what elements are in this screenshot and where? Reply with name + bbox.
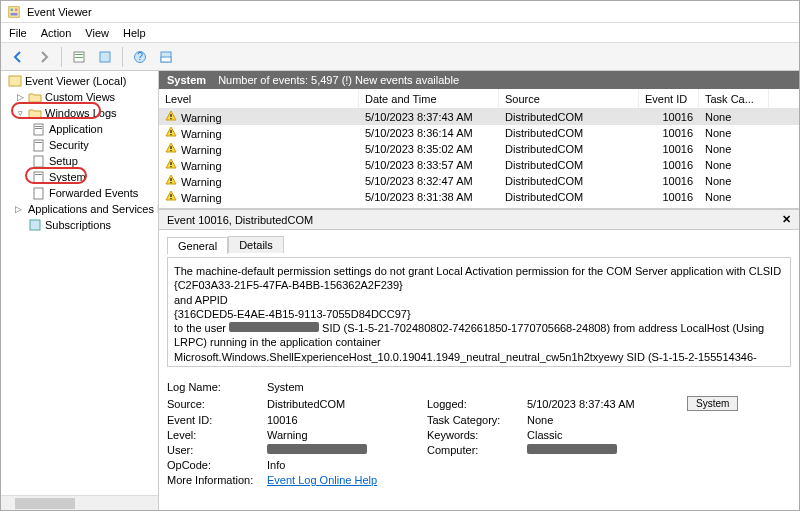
- window-title: Event Viewer: [27, 6, 92, 18]
- col-datetime[interactable]: Date and Time: [359, 89, 499, 108]
- label-moreinfo: More Information:: [167, 474, 267, 486]
- folder-icon: [28, 90, 42, 104]
- value-level: Warning: [267, 429, 427, 441]
- menu-help[interactable]: Help: [123, 27, 146, 39]
- warning-icon: [165, 190, 177, 202]
- svg-rect-19: [34, 172, 43, 183]
- svg-rect-26: [170, 134, 171, 135]
- svg-rect-5: [75, 54, 83, 55]
- system-button[interactable]: System: [687, 396, 738, 411]
- expander-icon[interactable]: ▷: [15, 204, 22, 214]
- svg-rect-30: [170, 166, 171, 167]
- label-keywords: Keywords:: [427, 429, 527, 441]
- svg-rect-0: [9, 6, 20, 17]
- table-row[interactable]: Warning5/10/2023 8:35:02 AMDistributedCO…: [159, 141, 799, 157]
- col-level[interactable]: Level: [159, 89, 359, 108]
- menu-view[interactable]: View: [85, 27, 109, 39]
- detail-tabs: General Details: [167, 236, 791, 253]
- main-area: Event Viewer (Local) ▷ Custom Views ▿ Wi…: [1, 71, 799, 511]
- value-opcode: Info: [267, 459, 427, 471]
- properties-grid: Log Name: System Source: DistributedCOM …: [167, 381, 791, 486]
- help-button[interactable]: ?: [129, 46, 151, 68]
- table-row[interactable]: Warning5/10/2023 8:36:14 AMDistributedCO…: [159, 125, 799, 141]
- tree-custom-views[interactable]: ▷ Custom Views: [1, 89, 158, 105]
- refresh-button[interactable]: [94, 46, 116, 68]
- label-level: Level:: [167, 429, 267, 441]
- menu-action[interactable]: Action: [41, 27, 72, 39]
- warning-icon: [165, 142, 177, 154]
- svg-text:?: ?: [137, 50, 143, 62]
- tree-security[interactable]: Security: [1, 137, 158, 153]
- tree-app-services[interactable]: ▷ Applications and Services Lo: [1, 201, 158, 217]
- warning-icon: [165, 158, 177, 170]
- svg-rect-24: [170, 118, 171, 119]
- value-keywords: Classic: [527, 429, 687, 441]
- label-logname: Log Name:: [167, 381, 267, 393]
- value-computer: [527, 444, 687, 456]
- toolbar: ?: [1, 43, 799, 71]
- svg-rect-21: [34, 188, 43, 199]
- col-eventid[interactable]: Event ID: [639, 89, 699, 108]
- close-icon[interactable]: ✕: [782, 213, 791, 226]
- menu-file[interactable]: File: [9, 27, 27, 39]
- svg-rect-29: [170, 162, 171, 165]
- tree-forwarded[interactable]: Forwarded Events: [1, 185, 158, 201]
- tree-windows-logs[interactable]: ▿ Windows Logs: [1, 105, 158, 121]
- svg-rect-27: [170, 146, 171, 149]
- svg-rect-33: [170, 194, 171, 197]
- properties-button[interactable]: [68, 46, 90, 68]
- content-panel: System Number of events: 5,497 (!) New e…: [159, 71, 799, 511]
- tree-subscriptions[interactable]: Subscriptions: [1, 217, 158, 233]
- svg-rect-2: [15, 8, 18, 11]
- warning-icon: [165, 126, 177, 138]
- svg-rect-1: [11, 8, 14, 11]
- svg-rect-12: [9, 76, 21, 86]
- value-taskcat: None: [527, 414, 687, 426]
- svg-rect-6: [75, 57, 83, 58]
- tree-panel[interactable]: Event Viewer (Local) ▷ Custom Views ▿ Wi…: [1, 71, 159, 511]
- label-taskcat: Task Category:: [427, 414, 527, 426]
- tab-general[interactable]: General: [167, 237, 228, 254]
- log-icon: [32, 186, 46, 200]
- tree-root[interactable]: Event Viewer (Local): [1, 73, 158, 89]
- table-row[interactable]: Warning5/10/2023 8:37:43 AMDistributedCO…: [159, 109, 799, 125]
- detail-body: General Details The machine-default perm…: [159, 230, 799, 492]
- table-row[interactable]: Warning5/10/2023 8:31:38 AMDistributedCO…: [159, 189, 799, 205]
- expander-icon[interactable]: ▷: [15, 92, 25, 102]
- log-name: System: [167, 74, 206, 86]
- svg-rect-16: [34, 140, 43, 151]
- log-icon: [32, 122, 46, 136]
- expander-open-icon[interactable]: ▿: [15, 108, 25, 118]
- detail-panel: Event 10016, DistributedCOM ✕ General De…: [159, 209, 799, 511]
- link-online-help[interactable]: Event Log Online Help: [267, 474, 377, 486]
- warning-icon: [165, 174, 177, 186]
- grid-header[interactable]: Level Date and Time Source Event ID Task…: [159, 89, 799, 109]
- table-row[interactable]: Warning5/10/2023 8:33:57 AMDistributedCO…: [159, 157, 799, 173]
- svg-rect-28: [170, 150, 171, 151]
- tree-application[interactable]: Application: [1, 121, 158, 137]
- toolbar-separator: [122, 47, 123, 67]
- log-icon: [32, 138, 46, 152]
- grid-body[interactable]: Warning5/10/2023 8:37:43 AMDistributedCO…: [159, 109, 799, 208]
- log-header: System Number of events: 5,497 (!) New e…: [159, 71, 799, 89]
- value-user: [267, 444, 427, 456]
- tree-system[interactable]: System: [1, 169, 158, 185]
- tab-details[interactable]: Details: [228, 236, 284, 253]
- svg-rect-11: [161, 57, 171, 62]
- svg-rect-32: [170, 182, 171, 183]
- back-button[interactable]: [7, 46, 29, 68]
- event-count: Number of events: 5,497 (!) New events a…: [218, 74, 459, 86]
- forward-button[interactable]: [33, 46, 55, 68]
- message-box[interactable]: The machine-default permission settings …: [167, 257, 791, 367]
- log-icon: [32, 154, 46, 168]
- svg-rect-23: [170, 114, 171, 117]
- tree-setup[interactable]: Setup: [1, 153, 158, 169]
- label-computer: Computer:: [427, 444, 527, 456]
- tree-horizontal-scrollbar[interactable]: [1, 495, 158, 511]
- col-source[interactable]: Source: [499, 89, 639, 108]
- col-taskcat[interactable]: Task Ca...: [699, 89, 769, 108]
- table-row[interactable]: Warning5/10/2023 8:32:47 AMDistributedCO…: [159, 173, 799, 189]
- svg-rect-15: [35, 128, 42, 129]
- warning-icon: [165, 110, 177, 122]
- preview-button[interactable]: [155, 46, 177, 68]
